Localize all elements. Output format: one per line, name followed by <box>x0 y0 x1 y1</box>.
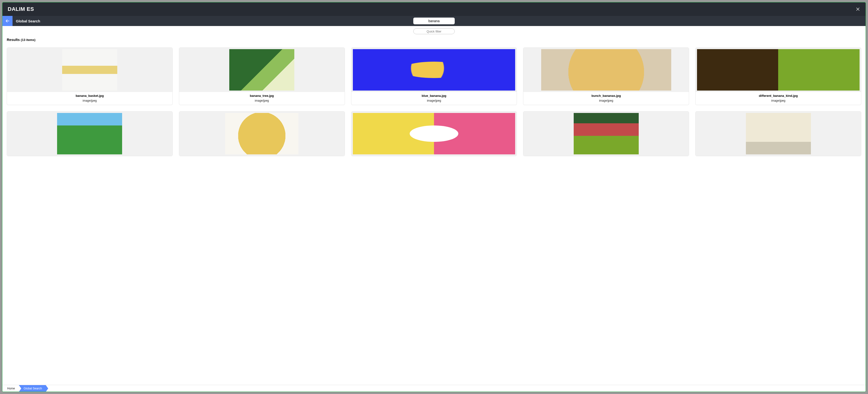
thumbnail-image <box>353 49 516 91</box>
result-thumbnail <box>351 112 517 156</box>
breadcrumb-current[interactable]: Global Search <box>19 385 46 392</box>
search-input-wrap <box>413 18 455 24</box>
result-thumbnail <box>523 48 689 92</box>
result-filename: bunch_bananas.jpg <box>525 94 687 97</box>
result-card[interactable]: banana_tree.jpgimage/jpeg <box>179 48 345 105</box>
thumbnail-image <box>697 49 860 91</box>
thumbnail-image <box>353 113 516 154</box>
thumbnail-image <box>746 113 811 154</box>
result-card[interactable] <box>523 111 689 156</box>
result-thumbnail <box>695 112 861 156</box>
result-meta: different_banana_kind.jpgimage/jpeg <box>695 92 861 105</box>
result-card[interactable] <box>7 111 173 156</box>
search-bar-label: Global Search <box>16 19 40 23</box>
results-scroll[interactable]: banana_basket.jpgimage/jpegbanana_tree.j… <box>2 43 866 385</box>
breadcrumb-home[interactable]: Home <box>5 385 19 392</box>
back-button[interactable] <box>2 16 12 26</box>
search-input[interactable] <box>413 18 455 24</box>
quick-filter-input[interactable] <box>413 28 455 34</box>
result-thumbnail <box>7 48 173 92</box>
result-card[interactable]: banana_basket.jpgimage/jpeg <box>7 48 173 105</box>
result-mimetype: image/jpeg <box>525 99 687 102</box>
thumbnail-image <box>225 113 299 154</box>
search-bar: Global Search <box>2 16 866 26</box>
result-filename: different_banana_kind.jpg <box>697 94 860 97</box>
thumbnail-image <box>541 49 671 91</box>
results-count: (13 items) <box>21 38 35 42</box>
result-thumbnail <box>523 112 689 156</box>
filter-row <box>2 26 866 36</box>
result-thumbnail <box>7 112 173 156</box>
result-thumbnail <box>179 48 345 92</box>
result-mimetype: image/jpeg <box>181 99 343 102</box>
title-bar: DALIM ES <box>2 2 866 16</box>
thumbnail-image <box>229 49 294 91</box>
result-meta: bunch_bananas.jpgimage/jpeg <box>523 92 689 105</box>
result-card[interactable]: bunch_bananas.jpgimage/jpeg <box>523 48 689 105</box>
result-card[interactable] <box>351 111 517 156</box>
close-icon <box>856 7 860 11</box>
thumbnail-image <box>57 113 122 154</box>
result-card[interactable]: different_banana_kind.jpgimage/jpeg <box>695 48 861 105</box>
result-meta: banana_basket.jpgimage/jpeg <box>7 92 173 105</box>
result-thumbnail <box>179 112 345 156</box>
app-window: DALIM ES Global Search Results (13 items… <box>2 2 866 392</box>
result-filename: banana_tree.jpg <box>181 94 343 97</box>
result-filename: banana_basket.jpg <box>8 94 171 97</box>
thumbnail-image <box>62 49 117 91</box>
result-mimetype: image/jpeg <box>697 99 860 102</box>
result-mimetype: image/jpeg <box>353 99 516 102</box>
app-title: DALIM ES <box>8 6 34 12</box>
result-mimetype: image/jpeg <box>8 99 171 102</box>
result-meta: banana_tree.jpgimage/jpeg <box>179 92 345 105</box>
result-card[interactable] <box>695 111 861 156</box>
close-button[interactable] <box>856 7 860 11</box>
results-label: Results <box>7 37 20 42</box>
result-filename: blue_banana.jpg <box>353 94 516 97</box>
result-card[interactable]: blue_banana.jpgimage/jpeg <box>351 48 517 105</box>
thumbnail-image <box>574 113 639 154</box>
back-arrow-icon <box>5 18 10 24</box>
results-header: Results (13 items) <box>2 36 866 43</box>
result-card[interactable] <box>179 111 345 156</box>
result-meta: blue_banana.jpgimage/jpeg <box>351 92 517 105</box>
breadcrumb-bar: Home Global Search <box>2 385 866 392</box>
result-thumbnail <box>351 48 517 92</box>
result-thumbnail <box>695 48 861 92</box>
results-grid: banana_basket.jpgimage/jpegbanana_tree.j… <box>7 48 861 156</box>
